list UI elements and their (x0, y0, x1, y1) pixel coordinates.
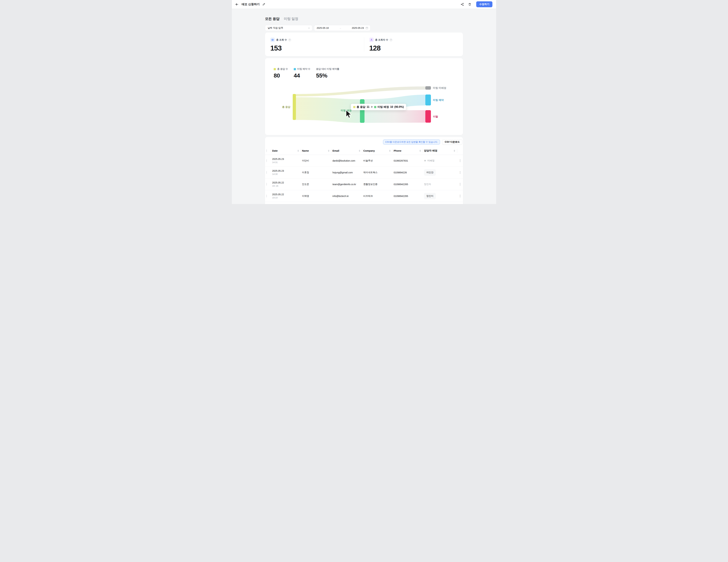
sort-icon[interactable] (419, 150, 421, 152)
back-button[interactable] (235, 2, 239, 7)
node-meeting-booked[interactable] (425, 95, 431, 106)
row-menu-button[interactable]: ⋮ (457, 183, 463, 186)
table-row: 2025.05.22 19:10 이채영 info@biztech.kr 비즈테… (265, 190, 463, 202)
help-icon[interactable]: ? (390, 39, 392, 41)
company-cell: 젠틀정보인증 (362, 183, 393, 186)
date-range-picker[interactable]: 2025-05-18 → 2025-05-23 (314, 25, 370, 31)
name-cell: 이단비 (301, 159, 331, 162)
eye-icon (270, 38, 275, 42)
column-header-date[interactable]: Date (271, 149, 301, 153)
row-menu-button[interactable]: ⋮ (457, 171, 463, 174)
tab-meeting-schedule[interactable]: 미팅 일정 (284, 17, 298, 21)
stat-value: 128 (369, 44, 463, 52)
stat-total-views: 총 조회 수 ? 153 (265, 33, 364, 56)
company-cell: 제이네트웍스 (362, 171, 393, 174)
column-header-assignee[interactable]: 담당자 배정 (423, 149, 457, 153)
date-cell: 2025.05.23 14:31 (271, 158, 301, 164)
column-header-phone[interactable]: Phone (393, 149, 423, 153)
share-button[interactable] (460, 2, 465, 7)
page-title: 데모 신청하기 (242, 2, 260, 6)
table-row: 2025.05.22 19::16 안도준 team@gentleinfo.co… (265, 179, 463, 190)
email-cell: hojung@gmail.com (331, 171, 362, 174)
share-icon (461, 3, 464, 6)
column-header-company[interactable]: Company (362, 149, 393, 153)
funnel-legend: 총 응답 수 80 미팅 예약 수 44 응답 대비 미팅 예약률 55% (274, 68, 463, 79)
pencil-icon (262, 3, 265, 6)
name-cell: 이호정 (301, 171, 331, 174)
assignee-cell[interactable]: ✕ 여인찬 (423, 169, 457, 176)
delete-button[interactable] (467, 2, 472, 7)
sort-icon[interactable] (328, 150, 329, 152)
time-label: 19::16 (272, 185, 301, 187)
calendar-icon[interactable] (366, 27, 368, 29)
row-menu-button[interactable]: ⋮ (457, 194, 463, 198)
date-range-end[interactable]: 2025-05-23 (352, 27, 364, 29)
label-meeting-unassigned: 미팅 미배정 (433, 86, 446, 89)
row-checkbox[interactable] (266, 159, 267, 162)
row-menu-button[interactable]: ⋮ (457, 159, 463, 162)
legend-label: 미팅 예약 수 (297, 68, 310, 71)
label-total-responses: 총 응답 (282, 106, 290, 108)
link-assigned-to-churn[interactable] (365, 110, 425, 123)
stats-divider (364, 37, 364, 51)
node-churn[interactable] (425, 110, 431, 123)
csv-download-button[interactable]: CSV 다운로드 (442, 139, 462, 145)
top-bar: 데모 신청하기 수정하기 (232, 0, 496, 9)
tab-bar: 모든 응답 미팅 일정 (265, 17, 463, 21)
assignee-cell[interactable]: ✕ 정민자 (423, 183, 457, 186)
company-cell: 비즈테크 (362, 195, 393, 198)
phone-cell: 01098942265 (393, 183, 423, 186)
table-row: 2025.05.23 14:30 이호정 hojung@gmail.com 제이… (265, 167, 463, 179)
date-cell: 2025.05.22 19::16 (271, 181, 301, 187)
date-range-start[interactable]: 2025-05-18 (317, 27, 329, 29)
legend-total-responses: 총 응답 수 80 (274, 68, 288, 79)
node-meeting-unassigned[interactable] (425, 86, 431, 90)
tab-all-responses[interactable]: 모든 응답 (265, 17, 280, 21)
column-header-email[interactable]: Email (331, 149, 362, 153)
select-all-checkbox[interactable] (266, 149, 267, 152)
name-cell: 안도준 (301, 183, 331, 186)
help-icon[interactable]: ? (288, 39, 291, 41)
stat-total-viewers: 총 조회자 수 ? 128 (364, 33, 463, 56)
column-header-name[interactable]: Name (301, 149, 331, 153)
label-meeting-booked: 미팅 예약 (433, 99, 444, 101)
page: 데모 신청하기 수정하기 모든 응답 미팅 일정 날짜 직접 입력 (232, 0, 496, 204)
time-label: 19:10 (272, 197, 301, 199)
filter-row: 날짜 직접 입력 2025-05-18 → 2025-05-23 (265, 25, 463, 31)
sort-icon[interactable] (297, 150, 299, 152)
sort-icon[interactable] (389, 150, 391, 152)
mouse-cursor (346, 110, 352, 119)
date-preset-value: 날짜 직접 입력 (268, 26, 283, 29)
node-total-responses[interactable] (293, 94, 296, 120)
link-total-to-unassigned[interactable] (296, 86, 425, 96)
time-label: 14:31 (272, 161, 301, 164)
assignee-label: 여인찬 (424, 169, 436, 176)
assignee-cell[interactable]: ✕ 정민지 (423, 193, 457, 199)
legend-value: 55% (316, 72, 339, 79)
edit-form-button[interactable]: 수정하기 (476, 1, 492, 7)
person-icon (369, 38, 374, 42)
sort-icon[interactable] (454, 150, 455, 152)
table-header-row: Date Name Email Company Phone (265, 147, 463, 155)
row-checkbox[interactable] (266, 171, 267, 174)
sort-icon[interactable] (359, 150, 360, 152)
total-responses-swatch (274, 68, 276, 70)
legend-value: 44 (294, 72, 310, 79)
date-preset-select[interactable]: 날짜 직접 입력 (265, 25, 312, 31)
node-meeting-assigned[interactable] (360, 99, 365, 123)
funnel-card: 총 응답 수 80 미팅 예약 수 44 응답 대비 미팅 예약률 55% (265, 58, 463, 135)
tooltip-source-value: 11 (367, 106, 369, 109)
legend-value: 80 (274, 72, 288, 79)
assignee-cell[interactable]: ✕ 미배정 (423, 159, 457, 162)
assignee-label: 미배정 (428, 159, 435, 162)
row-checkbox[interactable] (266, 183, 267, 186)
row-checkbox[interactable] (266, 195, 267, 198)
date-cell: 2025.05.22 19:10 (271, 193, 301, 199)
legend-label: 총 응답 수 (277, 68, 288, 71)
tooltip-target-value: 10 (390, 106, 393, 109)
tooltip-source-label: 총 응답 (357, 105, 365, 109)
edit-title-button[interactable] (261, 2, 266, 7)
time-label: 14:30 (272, 173, 301, 175)
email-cell: info@biztech.kr (331, 195, 362, 198)
tooltip-target-label: 미팅 배정 (377, 105, 389, 109)
